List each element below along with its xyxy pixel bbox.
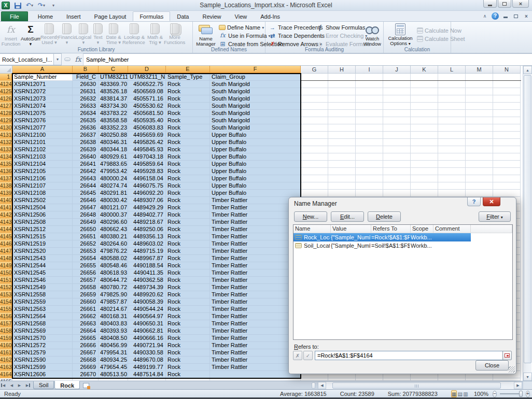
grid-cell[interactable] xyxy=(328,182,356,190)
grid-cell[interactable] xyxy=(438,81,466,88)
horizontal-scroll-thumb[interactable] xyxy=(332,382,501,389)
grid-cell[interactable]: Rock xyxy=(166,124,210,132)
grid-cell[interactable]: XSRN12543 xyxy=(12,255,73,262)
grid-cell[interactable]: XSRN12106 xyxy=(12,175,73,182)
page-break-view-button[interactable]: ▥ xyxy=(463,390,468,397)
grid-cell[interactable] xyxy=(411,161,438,168)
column-header-l[interactable]: L xyxy=(438,66,466,74)
grid-cell[interactable]: 480296.60 xyxy=(99,219,128,226)
ribbon-tab-data[interactable]: Data xyxy=(170,11,195,21)
row-header[interactable]: 4130 xyxy=(0,124,12,132)
grid-cell[interactable]: 480264.60 xyxy=(99,240,128,248)
ribbon-tab-page-layout[interactable]: Page Layout xyxy=(88,11,133,21)
grid-cell[interactable]: 26646 xyxy=(73,197,99,204)
edit-name-button[interactable]: Edit... xyxy=(331,211,364,222)
grid-cell[interactable]: 479883.65 xyxy=(99,161,128,168)
grid-cell[interactable]: XSRN12076 xyxy=(12,117,73,124)
grid-cell[interactable]: 4489356.13 xyxy=(128,233,166,240)
grid-cell[interactable]: Rock xyxy=(166,320,210,327)
financial-button[interactable]: Financial▾ xyxy=(58,23,76,47)
grid-cell[interactable]: 480929.61 xyxy=(99,153,128,161)
grid-cell[interactable] xyxy=(493,161,521,168)
next-sheet-button[interactable]: ▶ xyxy=(16,381,23,389)
grid-cell[interactable] xyxy=(493,95,521,103)
row-header[interactable]: 4137 xyxy=(0,175,12,182)
scroll-right-button[interactable]: ▶ xyxy=(514,382,522,389)
grid-cell[interactable]: 26644 xyxy=(73,182,99,190)
grid-cell[interactable]: Rock xyxy=(166,255,210,262)
grid-cell[interactable]: 26649 xyxy=(73,219,99,226)
grid-cell[interactable] xyxy=(328,117,356,124)
grid-cell[interactable] xyxy=(383,175,411,182)
row-header[interactable]: 4153 xyxy=(0,291,12,298)
grid-cell[interactable]: Rock xyxy=(166,306,210,313)
grid-cell[interactable]: 4490362.58 xyxy=(128,277,166,284)
column-header-g[interactable]: G xyxy=(301,66,328,74)
grid-cell[interactable] xyxy=(493,168,521,175)
row-header[interactable]: 4141 xyxy=(0,204,12,211)
grid-cell[interactable] xyxy=(328,153,356,161)
grid-cell[interactable] xyxy=(438,139,466,146)
grid-cell[interactable]: 483369.70 xyxy=(99,81,128,88)
grid-cell[interactable] xyxy=(466,161,493,168)
row-header[interactable]: 4152 xyxy=(0,284,12,291)
grid-cell[interactable] xyxy=(328,124,356,132)
row-header[interactable]: 4127 xyxy=(0,103,12,110)
grid-cell[interactable]: Upper Buffalo xyxy=(210,153,301,161)
grid-cell[interactable]: Timber Rattler xyxy=(210,357,301,364)
grid-cell[interactable] xyxy=(411,139,438,146)
last-sheet-button[interactable]: ▶ xyxy=(23,381,31,389)
grid-cell[interactable] xyxy=(328,81,356,88)
grid-cell[interactable] xyxy=(466,88,493,95)
column-header-a[interactable]: A xyxy=(12,66,73,74)
zoom-in-button[interactable]: + xyxy=(526,391,530,397)
grid-cell[interactable]: Timber Rattler xyxy=(210,262,301,269)
grid-cell[interactable]: 26631 xyxy=(73,88,99,95)
grid-cell[interactable] xyxy=(493,190,521,197)
grid-cell[interactable]: 4506569.08 xyxy=(128,88,166,95)
grid-cell[interactable] xyxy=(356,146,383,153)
grid-cell[interactable]: 26645 xyxy=(73,190,99,197)
grid-cell[interactable]: Rock xyxy=(166,132,210,139)
row-header[interactable]: 4149 xyxy=(0,262,12,269)
grid-cell[interactable] xyxy=(383,95,411,103)
grid-cell[interactable] xyxy=(466,146,493,153)
grid-cell[interactable]: Rock xyxy=(166,139,210,146)
text-button[interactable]: Text▾ xyxy=(91,23,105,47)
grid-cell[interactable] xyxy=(466,175,493,182)
grid-cell[interactable]: Timber Rattler xyxy=(210,364,301,371)
recently-used-button[interactable]: RecentlyUsed ▾ xyxy=(40,23,58,47)
grid-cell[interactable] xyxy=(466,74,493,81)
grid-cell[interactable] xyxy=(493,139,521,146)
grid-cell[interactable]: 4495845.93 xyxy=(128,146,166,153)
grid-cell[interactable]: XSRN12107 xyxy=(12,182,73,190)
save-button[interactable] xyxy=(13,1,22,10)
grid-cell[interactable]: Rock xyxy=(166,161,210,168)
grid-cell[interactable]: XSRN12590 xyxy=(12,357,73,364)
row-header[interactable]: 4135 xyxy=(0,161,12,168)
ribbon-tab-insert[interactable]: Insert xyxy=(60,11,88,21)
grid-cell[interactable]: XSRN12103 xyxy=(12,153,73,161)
grid-cell[interactable] xyxy=(383,132,411,139)
grid-cell[interactable]: Timber Rattler xyxy=(210,284,301,291)
grid-cell[interactable]: XSRN12569 xyxy=(12,327,73,335)
grid-cell[interactable]: Upper Buffalo xyxy=(210,146,301,153)
grid-cell[interactable]: XSRN12074 xyxy=(12,103,73,110)
grid-cell[interactable] xyxy=(411,117,438,124)
close-dialog-button[interactable]: Close xyxy=(475,360,509,370)
calculate-now-button[interactable]: Calculate Now xyxy=(416,26,466,35)
grid-cell[interactable]: XSRN12544 xyxy=(12,262,73,269)
grid-cell[interactable] xyxy=(438,110,466,117)
grid-cell[interactable]: 26641 xyxy=(73,161,99,168)
grid-cell[interactable]: 26632 xyxy=(73,95,99,103)
grid-cell[interactable]: XSRN12105 xyxy=(12,168,73,175)
page-layout-view-button[interactable]: ▤ xyxy=(457,390,463,397)
grid-cell[interactable] xyxy=(466,117,493,124)
grid-cell[interactable] xyxy=(411,95,438,103)
grid-cell[interactable]: 4489199.77 xyxy=(128,364,166,371)
grid-cell[interactable]: 480030.42 xyxy=(99,197,128,204)
grid-cell[interactable]: Rock xyxy=(166,103,210,110)
grid-cell[interactable]: 479825.90 xyxy=(99,291,128,298)
column-header-d[interactable]: D xyxy=(128,66,166,74)
grid-cell[interactable]: 4490666.16 xyxy=(128,335,166,342)
